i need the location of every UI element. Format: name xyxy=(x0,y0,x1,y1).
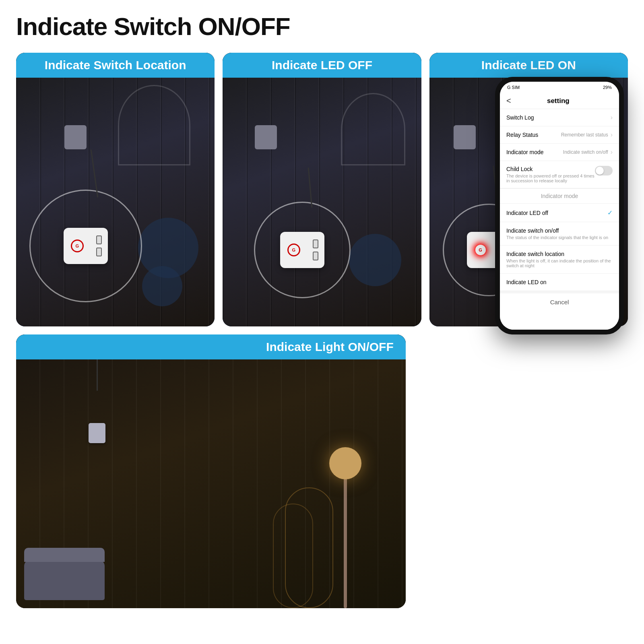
arch-2 xyxy=(341,93,405,165)
phone-menu-child-lock[interactable]: Child Lock The device is powered off or … xyxy=(500,161,619,188)
sofa-shape xyxy=(24,560,105,600)
card-inner-led-off xyxy=(223,53,421,326)
phone-screen: G SIM 29% < setting Switch Log › xyxy=(500,82,619,330)
phone-option-sub-switch-location: When the light is off, it can indicate t… xyxy=(506,258,613,268)
phone-menu-indicator-mode[interactable]: Indicator mode Indicate switch on/off › xyxy=(500,144,619,161)
lamp-shade xyxy=(329,447,361,479)
phone-back-button[interactable]: < xyxy=(506,96,511,105)
phone-option-row-led-off: Indicator LED off ✓ xyxy=(506,209,613,217)
phone-option-switch-onoff[interactable]: Indicate switch on/off The status of the… xyxy=(500,222,619,246)
card-led-off: Indicate LED OFF xyxy=(223,53,421,326)
decor-blob-2 xyxy=(142,266,182,306)
card-inner-light-onoff xyxy=(16,334,406,608)
phone-modal-title: Indicator mode xyxy=(500,189,619,204)
plug-button-3-led-on xyxy=(474,244,487,256)
phone-indicator-value: Indicate switch on/off xyxy=(563,149,608,155)
card-label-switch-location: Indicate Switch Location xyxy=(16,53,215,78)
phone-menu-label-childlock: Child Lock xyxy=(506,166,595,172)
phone-mockup: G SIM 29% < setting Switch Log › xyxy=(495,77,624,334)
phone-indicator-modal: Indicator mode Indicator LED off ✓ Indic… xyxy=(500,188,619,330)
phone-menu-label-relay: Relay Status xyxy=(506,132,561,138)
page-container: Indicate Switch ON/OFF Indicate Switch L… xyxy=(0,0,644,644)
cable-4 xyxy=(97,359,98,391)
wall-switch-2 xyxy=(255,125,277,149)
phone-menu-label-indicator: Indicator mode xyxy=(506,149,563,155)
plug-button-1 xyxy=(71,239,84,252)
phone-childlock-toggle[interactable] xyxy=(595,166,613,175)
phone-menu-relay-status[interactable]: Relay Status Remember last status › xyxy=(500,126,619,144)
phone-option-row-led-on: Indicate LED on xyxy=(506,279,613,285)
card-light-onoff: Indicate Light ON/OFF xyxy=(16,334,406,608)
phone-option-text-led-on: Indicate LED on xyxy=(506,279,613,285)
plug-1 xyxy=(64,228,108,264)
plug-socket-2 xyxy=(313,239,318,260)
plug-circle-2 xyxy=(254,202,351,298)
arch-oval-2 xyxy=(273,504,313,608)
phone-option-row-switch-onoff: Indicate switch on/off xyxy=(506,227,613,234)
lamp-pole xyxy=(344,463,347,608)
phone-relay-value: Remember last status xyxy=(561,132,608,138)
socket-pin-1b xyxy=(96,248,102,256)
socket-pin-2b xyxy=(313,252,318,260)
phone-menu-switch-log[interactable]: Switch Log › xyxy=(500,109,619,126)
arch-1 xyxy=(118,85,190,165)
card-label-light-onoff: Indicate Light ON/OFF xyxy=(16,334,406,359)
plug-circle-1 xyxy=(29,190,142,302)
phone-option-text-switch-onoff: Indicate switch on/off xyxy=(506,227,613,234)
phone-option-text-switch-location: Indicate switch location xyxy=(506,251,613,257)
page-title: Indicate Switch ON/OFF xyxy=(16,12,628,41)
phone-option-row-switch-location: Indicate switch location xyxy=(506,251,613,257)
plug-button-2 xyxy=(287,244,300,256)
wall-switch-4 xyxy=(89,423,105,443)
phone-option-switch-location[interactable]: Indicate switch location When the light … xyxy=(500,246,619,274)
phone-network: G SIM xyxy=(507,85,520,90)
chevron-icon-relay: › xyxy=(611,131,613,138)
phone-option-sub-switch-onoff: The status of the indicator signals that… xyxy=(506,235,613,240)
phone-screen-title: setting xyxy=(516,97,601,105)
socket-pin-2a xyxy=(313,239,318,248)
decor-blob-3 xyxy=(349,234,401,286)
top-grid: Indicate Switch Location xyxy=(16,53,628,326)
wall-switch-3 xyxy=(454,125,476,149)
card-label-led-on: Indicate LED ON xyxy=(429,53,628,78)
phone-option-led-off[interactable]: Indicator LED off ✓ xyxy=(500,204,619,222)
bottom-grid: Indicate Light ON/OFF xyxy=(16,334,628,608)
socket-pin-1a xyxy=(96,235,102,244)
phone-childlock-sub: The device is powered off or pressed 4 t… xyxy=(506,173,595,183)
chevron-icon-indicator: › xyxy=(611,149,613,156)
phone-battery: 29% xyxy=(603,85,612,90)
card-led-on-section: Indicate LED ON xyxy=(429,53,628,326)
wall-switch-1 xyxy=(64,125,87,149)
phone-cancel-button[interactable]: Cancel xyxy=(500,291,619,311)
card-label-led-off: Indicate LED OFF xyxy=(223,53,421,78)
phone-menu-label-switch-log: Switch Log xyxy=(506,114,611,121)
floor-lamp xyxy=(333,447,357,608)
card-switch-location: Indicate Switch Location xyxy=(16,53,215,326)
plug-2 xyxy=(280,232,324,268)
phone-option-led-on[interactable]: Indicate LED on xyxy=(500,274,619,291)
card-inner-switch-location xyxy=(16,53,215,326)
phone-header: < setting xyxy=(500,93,619,109)
phone-status-bar: G SIM 29% xyxy=(500,82,619,93)
checkmark-icon-led-off: ✓ xyxy=(607,209,613,217)
chevron-icon-switch-log: › xyxy=(611,114,613,121)
plug-socket-1 xyxy=(96,235,102,256)
phone-option-text-led-off: Indicator LED off xyxy=(506,210,607,216)
phone-spacer xyxy=(414,334,628,608)
